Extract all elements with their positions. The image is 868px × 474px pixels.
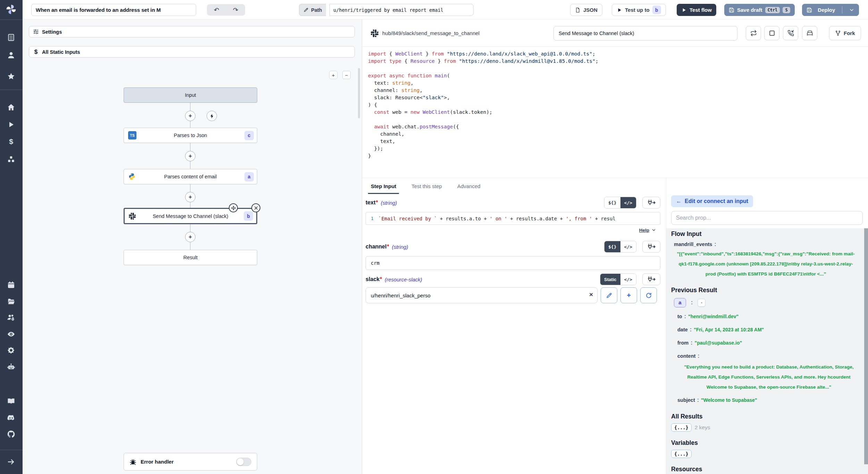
code-editor[interactable]: import { WebClient } from "https://deno.… xyxy=(362,47,868,178)
error-handler-toggle[interactable] xyxy=(236,458,251,466)
fork-button[interactable]: Fork xyxy=(829,26,861,40)
add-resource-button[interactable]: + xyxy=(620,287,637,303)
expand-sidebar-arrow-icon[interactable] xyxy=(7,458,15,466)
chevron-down-icon[interactable] xyxy=(651,228,656,232)
windmill-flow-editor: $ ↶ ↷ Path JSON xyxy=(0,0,868,474)
step-summary-input[interactable] xyxy=(553,26,737,41)
prop-key[interactable]: content xyxy=(677,351,695,361)
insert-step-plus-icon[interactable]: + xyxy=(185,192,195,202)
folders-icon[interactable] xyxy=(7,297,15,306)
prop-key[interactable]: to xyxy=(677,312,682,322)
node-input[interactable]: Input xyxy=(124,87,257,103)
flow-scrollbar[interactable] xyxy=(358,68,360,118)
node-result[interactable]: Result xyxy=(124,250,257,265)
retries-button[interactable] xyxy=(746,26,761,40)
connect-input-button[interactable] xyxy=(642,197,660,209)
workers-robot-icon[interactable] xyxy=(7,363,15,371)
settings-gear-icon[interactable] xyxy=(7,346,15,354)
move-step-icon[interactable] xyxy=(229,203,238,212)
node-parses-content-of-email[interactable]: Parses content of email a xyxy=(124,169,257,184)
tab-step-input[interactable]: Step Input xyxy=(371,178,396,194)
previous-result-title: Previous Result xyxy=(671,287,860,294)
edit-or-connect-button[interactable]: ← Edit or connect an input xyxy=(671,195,753,207)
save-draft-button[interactable]: Save draft Ctrl S xyxy=(724,4,795,16)
user-icon[interactable] xyxy=(7,51,15,59)
json-button[interactable]: JSON xyxy=(570,4,602,16)
slack-resource-input[interactable] xyxy=(366,287,598,303)
prop-value[interactable]: "paul@supabase.io" xyxy=(695,338,742,348)
flow-title-input[interactable] xyxy=(31,4,196,16)
search-prop-input[interactable] xyxy=(671,211,863,225)
error-handler-node[interactable]: Error handler xyxy=(124,453,257,471)
prop-key[interactable]: mandrill_events xyxy=(674,240,712,248)
prop-value[interactable]: "henri@windmill.dev" xyxy=(688,312,738,322)
test-up-to-button[interactable]: Test up to b xyxy=(612,4,666,16)
python-icon xyxy=(128,173,136,180)
deploy-button[interactable]: Deploy xyxy=(802,4,859,16)
insert-step-plus-icon[interactable]: + xyxy=(185,111,195,121)
edit-resource-button[interactable] xyxy=(601,287,617,303)
text-input-mode-toggle[interactable]: ${} </> xyxy=(604,197,636,209)
delete-step-icon[interactable] xyxy=(251,203,260,212)
prop-key[interactable]: subject xyxy=(677,395,695,405)
object-expand-badge[interactable]: {...} xyxy=(671,450,692,458)
line-number: 1 xyxy=(366,216,378,221)
chevron-down-icon[interactable] xyxy=(849,7,854,13)
picker-scrollbar[interactable] xyxy=(864,228,868,464)
windmill-logo-icon[interactable] xyxy=(5,3,17,15)
tab-test-this-step[interactable]: Test this step xyxy=(411,178,442,194)
slack-icon xyxy=(371,29,378,37)
resources-cubes-icon[interactable] xyxy=(7,155,15,163)
node-parses-to-json[interactable]: TS Parses to Json c xyxy=(124,128,257,143)
path-button[interactable]: Path xyxy=(299,4,326,16)
collapse-button[interactable]: - xyxy=(698,299,706,307)
hub-script-path[interactable]: hub/849/slack/send_message_to_channel xyxy=(382,30,479,36)
schedules-calendar-icon[interactable] xyxy=(7,281,15,289)
suspend-button[interactable] xyxy=(783,26,798,40)
prop-value[interactable]: "Welcome to Supabase" xyxy=(701,395,757,405)
prop-value[interactable]: "Everything you need to build a product:… xyxy=(677,362,860,392)
workspace-building-icon[interactable] xyxy=(7,33,15,42)
groups-users-icon[interactable] xyxy=(7,313,15,322)
prop-value[interactable]: "Fri, Apr 14, 2023 at 10:28 AM" xyxy=(694,325,764,335)
insert-step-plus-icon[interactable]: + xyxy=(185,151,195,161)
test-flow-button[interactable]: Test flow xyxy=(677,4,716,16)
insert-step-plus-icon[interactable]: + xyxy=(185,232,195,242)
docs-book-icon[interactable] xyxy=(7,397,15,405)
prop-value[interactable]: "[{"event":"inbound","ts":1683819426,"ms… xyxy=(671,249,860,279)
favorites-star-icon[interactable] xyxy=(7,72,15,81)
tab-advanced[interactable]: Advanced xyxy=(457,178,481,194)
trigger-bolt-icon[interactable] xyxy=(207,111,217,121)
text-expression-editor[interactable]: 1 `Email received by ` + results.a.to + … xyxy=(366,212,660,225)
sleep-button[interactable] xyxy=(802,26,817,40)
help-link[interactable]: Help xyxy=(639,228,649,233)
home-icon[interactable] xyxy=(7,103,15,111)
channel-input-mode-toggle[interactable]: ${} </> xyxy=(604,241,636,253)
undo-icon[interactable]: ↶ xyxy=(214,6,219,14)
zoom-in-button[interactable]: + xyxy=(329,71,337,79)
early-stop-button[interactable] xyxy=(764,26,779,40)
clear-resource-icon[interactable]: × xyxy=(589,291,593,298)
prop-key[interactable]: from xyxy=(677,338,688,348)
prev-step-badge[interactable]: a xyxy=(674,298,686,307)
variables-dollar-icon[interactable]: $ xyxy=(7,137,15,146)
all-static-inputs-button[interactable]: $ All Static Inputs xyxy=(29,46,355,58)
connect-input-button[interactable] xyxy=(642,273,660,285)
redo-icon[interactable]: ↷ xyxy=(233,6,238,14)
flow-settings-button[interactable]: Settings xyxy=(29,26,355,37)
discord-icon[interactable] xyxy=(7,414,15,422)
step-id-badge: b xyxy=(244,211,253,221)
object-expand-badge[interactable]: {...} xyxy=(671,423,692,432)
prop-key[interactable]: date xyxy=(677,325,688,335)
path-input[interactable] xyxy=(329,4,474,16)
refresh-resource-button[interactable] xyxy=(640,287,657,303)
zoom-out-button[interactable]: − xyxy=(342,71,351,79)
dollar-icon: $ xyxy=(33,49,39,56)
github-icon[interactable] xyxy=(7,430,15,438)
connect-input-button[interactable] xyxy=(642,241,660,253)
audit-eye-icon[interactable] xyxy=(7,330,15,338)
channel-value-input[interactable] xyxy=(366,256,660,270)
node-send-message-to-channel[interactable]: Send Message to Channel (slack) b xyxy=(124,208,257,224)
runs-play-icon[interactable] xyxy=(7,120,15,129)
slack-input-mode-toggle[interactable]: Static </> xyxy=(600,273,636,285)
